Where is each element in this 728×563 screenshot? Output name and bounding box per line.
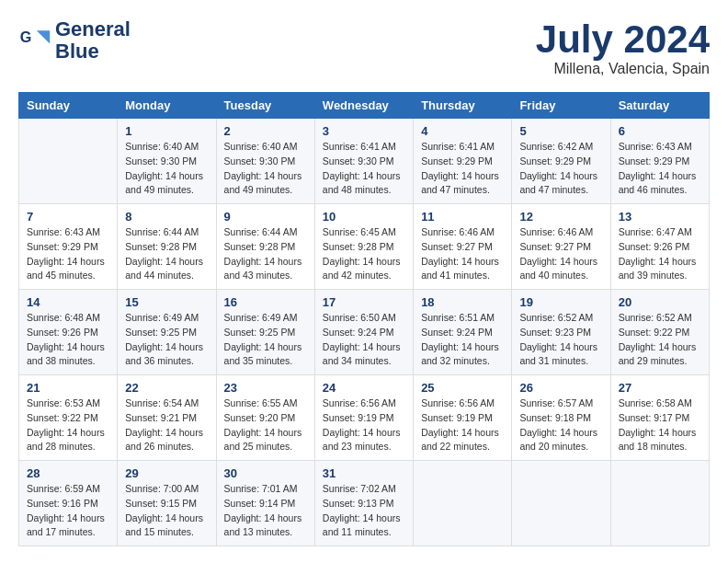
month-title: July 2024 (536, 18, 710, 61)
day-number: 11 (421, 210, 504, 224)
calendar-cell: 30Sunrise: 7:01 AMSunset: 9:14 PMDayligh… (216, 461, 314, 546)
calendar-week-row: 14Sunrise: 6:48 AMSunset: 9:26 PMDayligh… (19, 290, 710, 375)
calendar-cell: 1Sunrise: 6:40 AMSunset: 9:30 PMDaylight… (118, 119, 216, 204)
day-number: 5 (519, 124, 602, 138)
day-info: Sunrise: 7:01 AMSunset: 9:14 PMDaylight:… (224, 482, 307, 540)
day-info: Sunrise: 7:02 AMSunset: 9:13 PMDaylight:… (323, 482, 405, 540)
day-number: 7 (27, 210, 109, 224)
calendar-cell (512, 461, 610, 546)
day-number: 18 (421, 295, 504, 309)
day-info: Sunrise: 6:45 AMSunset: 9:28 PMDaylight:… (323, 225, 405, 283)
day-info: Sunrise: 6:58 AMSunset: 9:17 PMDaylight:… (619, 396, 701, 454)
day-info: Sunrise: 6:44 AMSunset: 9:28 PMDaylight:… (224, 225, 307, 283)
day-number: 16 (224, 295, 307, 309)
day-info: Sunrise: 7:00 AMSunset: 9:15 PMDaylight:… (125, 482, 208, 540)
day-info: Sunrise: 6:59 AMSunset: 9:16 PMDaylight:… (27, 482, 109, 540)
weekday-header: Thursday (414, 93, 512, 119)
calendar-cell: 13Sunrise: 6:47 AMSunset: 9:26 PMDayligh… (610, 204, 709, 290)
calendar-cell: 6Sunrise: 6:43 AMSunset: 9:29 PMDaylight… (610, 119, 709, 204)
calendar-cell: 22Sunrise: 6:54 AMSunset: 9:21 PMDayligh… (118, 375, 216, 461)
calendar-cell: 4Sunrise: 6:41 AMSunset: 9:29 PMDaylight… (414, 119, 512, 204)
weekday-header: Saturday (610, 93, 709, 119)
calendar-week-row: 7Sunrise: 6:43 AMSunset: 9:29 PMDaylight… (19, 204, 710, 290)
calendar-cell (610, 461, 709, 546)
day-info: Sunrise: 6:44 AMSunset: 9:28 PMDaylight:… (125, 225, 208, 283)
calendar-week-row: 1Sunrise: 6:40 AMSunset: 9:30 PMDaylight… (19, 119, 710, 204)
day-number: 12 (519, 210, 602, 224)
weekday-header: Tuesday (216, 93, 314, 119)
day-number: 2 (224, 124, 307, 138)
weekday-header: Friday (512, 93, 610, 119)
day-number: 26 (519, 381, 602, 395)
day-info: Sunrise: 6:48 AMSunset: 9:26 PMDaylight:… (27, 311, 109, 369)
page-header: G General Blue July 2024 Millena, Valenc… (18, 18, 710, 77)
calendar-cell: 18Sunrise: 6:51 AMSunset: 9:24 PMDayligh… (414, 290, 512, 375)
day-number: 6 (619, 124, 701, 138)
day-info: Sunrise: 6:56 AMSunset: 9:19 PMDaylight:… (323, 396, 405, 454)
day-info: Sunrise: 6:43 AMSunset: 9:29 PMDaylight:… (27, 225, 109, 283)
day-info: Sunrise: 6:51 AMSunset: 9:24 PMDaylight:… (421, 311, 504, 369)
calendar-cell: 9Sunrise: 6:44 AMSunset: 9:28 PMDaylight… (216, 204, 314, 290)
calendar-week-row: 21Sunrise: 6:53 AMSunset: 9:22 PMDayligh… (19, 375, 710, 461)
calendar-cell: 14Sunrise: 6:48 AMSunset: 9:26 PMDayligh… (19, 290, 118, 375)
day-info: Sunrise: 6:41 AMSunset: 9:29 PMDaylight:… (421, 140, 504, 198)
day-info: Sunrise: 6:57 AMSunset: 9:18 PMDaylight:… (519, 396, 602, 454)
calendar-cell: 3Sunrise: 6:41 AMSunset: 9:30 PMDaylight… (314, 119, 413, 204)
weekday-header: Wednesday (314, 93, 413, 119)
day-number: 13 (619, 210, 701, 224)
day-info: Sunrise: 6:42 AMSunset: 9:29 PMDaylight:… (519, 140, 602, 198)
day-number: 28 (27, 466, 109, 480)
location: Millena, Valencia, Spain (536, 61, 710, 77)
calendar-cell (19, 119, 118, 204)
day-number: 31 (323, 466, 405, 480)
day-info: Sunrise: 6:52 AMSunset: 9:23 PMDaylight:… (519, 311, 602, 369)
calendar-cell: 8Sunrise: 6:44 AMSunset: 9:28 PMDaylight… (118, 204, 216, 290)
day-number: 29 (125, 466, 208, 480)
calendar-cell: 12Sunrise: 6:46 AMSunset: 9:27 PMDayligh… (512, 204, 610, 290)
day-info: Sunrise: 6:53 AMSunset: 9:22 PMDaylight:… (27, 396, 109, 454)
day-number: 30 (224, 466, 307, 480)
day-number: 10 (323, 210, 405, 224)
calendar-cell: 24Sunrise: 6:56 AMSunset: 9:19 PMDayligh… (314, 375, 413, 461)
calendar-cell: 21Sunrise: 6:53 AMSunset: 9:22 PMDayligh… (19, 375, 118, 461)
calendar-cell: 10Sunrise: 6:45 AMSunset: 9:28 PMDayligh… (314, 204, 413, 290)
day-info: Sunrise: 6:41 AMSunset: 9:30 PMDaylight:… (323, 140, 405, 198)
day-number: 4 (421, 124, 504, 138)
logo: G General Blue (18, 18, 131, 63)
day-number: 23 (224, 381, 307, 395)
day-info: Sunrise: 6:49 AMSunset: 9:25 PMDaylight:… (224, 311, 307, 369)
day-number: 17 (323, 295, 405, 309)
logo-text: General Blue (55, 18, 131, 63)
day-number: 21 (27, 381, 109, 395)
day-info: Sunrise: 6:40 AMSunset: 9:30 PMDaylight:… (224, 140, 307, 198)
calendar-table: SundayMondayTuesdayWednesdayThursdayFrid… (18, 92, 710, 546)
day-info: Sunrise: 6:55 AMSunset: 9:20 PMDaylight:… (224, 396, 307, 454)
calendar-cell: 2Sunrise: 6:40 AMSunset: 9:30 PMDaylight… (216, 119, 314, 204)
day-info: Sunrise: 6:46 AMSunset: 9:27 PMDaylight:… (519, 225, 602, 283)
day-number: 1 (125, 124, 208, 138)
day-info: Sunrise: 6:49 AMSunset: 9:25 PMDaylight:… (125, 311, 208, 369)
day-number: 19 (519, 295, 602, 309)
calendar-cell: 19Sunrise: 6:52 AMSunset: 9:23 PMDayligh… (512, 290, 610, 375)
logo-icon: G (18, 24, 51, 57)
calendar-cell: 11Sunrise: 6:46 AMSunset: 9:27 PMDayligh… (414, 204, 512, 290)
day-info: Sunrise: 6:54 AMSunset: 9:21 PMDaylight:… (125, 396, 208, 454)
day-info: Sunrise: 6:52 AMSunset: 9:22 PMDaylight:… (619, 311, 701, 369)
calendar-cell: 31Sunrise: 7:02 AMSunset: 9:13 PMDayligh… (314, 461, 413, 546)
day-info: Sunrise: 6:56 AMSunset: 9:19 PMDaylight:… (421, 396, 504, 454)
day-info: Sunrise: 6:46 AMSunset: 9:27 PMDaylight:… (421, 225, 504, 283)
calendar-cell: 27Sunrise: 6:58 AMSunset: 9:17 PMDayligh… (610, 375, 709, 461)
calendar-cell: 23Sunrise: 6:55 AMSunset: 9:20 PMDayligh… (216, 375, 314, 461)
calendar-header-row: SundayMondayTuesdayWednesdayThursdayFrid… (19, 93, 710, 119)
day-number: 8 (125, 210, 208, 224)
calendar-cell: 26Sunrise: 6:57 AMSunset: 9:18 PMDayligh… (512, 375, 610, 461)
day-number: 27 (619, 381, 701, 395)
weekday-header: Monday (118, 93, 216, 119)
calendar-cell: 29Sunrise: 7:00 AMSunset: 9:15 PMDayligh… (118, 461, 216, 546)
day-number: 20 (619, 295, 701, 309)
day-info: Sunrise: 6:40 AMSunset: 9:30 PMDaylight:… (125, 140, 208, 198)
day-number: 3 (323, 124, 405, 138)
day-number: 9 (224, 210, 307, 224)
svg-marker-1 (37, 30, 50, 43)
weekday-header: Sunday (19, 93, 118, 119)
